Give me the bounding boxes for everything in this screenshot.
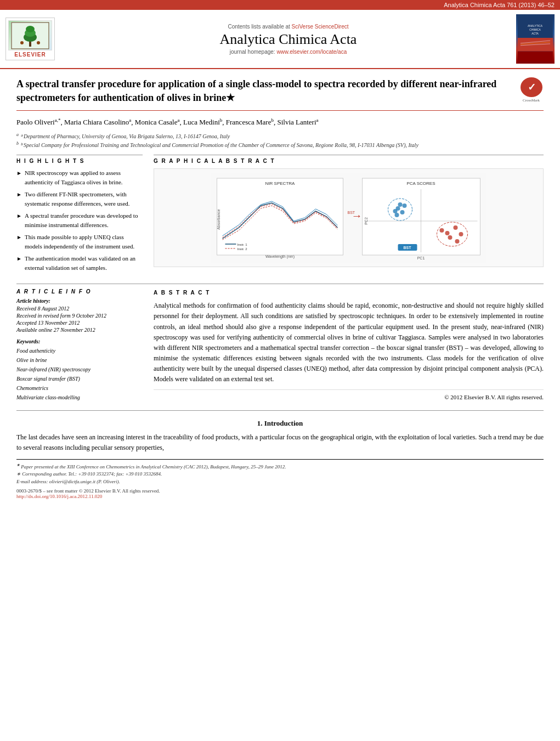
sciverse-anchor[interactable]: SciVerse ScienceDirect — [292, 24, 349, 30]
highlights-abstract-row: H I G H L I G H T S ► NIR spectroscopy w… — [16, 155, 544, 275]
svg-point-43 — [448, 235, 452, 240]
svg-text:CHIMICA: CHIMICA — [529, 29, 541, 31]
abstract-heading: A B S T R A C T — [154, 289, 544, 297]
keyword-1: Food authenticity — [16, 346, 143, 355]
journal-cover-image: ANALYTICA CHIMICA ACTA — [516, 14, 555, 64]
svg-point-44 — [459, 232, 463, 236]
highlight-item-3: ► A spectral transfer procedure was deve… — [16, 211, 143, 229]
affiliation-a: a ᵃ Department of Pharmacy, University o… — [16, 132, 544, 140]
journal-homepage: journal homepage: www.elsevier.com/locat… — [60, 49, 516, 55]
introduction-title: 1. Introduction — [16, 419, 544, 428]
footer-note-corresponding: ∗ Corresponding author. Tel.: +39 010 35… — [16, 471, 544, 478]
highlight-item-2: ► Two different FT-NIR spectrometers, wi… — [16, 190, 143, 208]
keywords-heading: Keywords: — [16, 338, 143, 344]
svg-text:ACTA: ACTA — [531, 32, 539, 35]
bullet-arrow-1: ► — [16, 169, 22, 177]
article-info-heading: A R T I C L E I N F O — [16, 289, 143, 295]
bullet-arrow-5: ► — [16, 254, 22, 263]
svg-point-35 — [400, 210, 405, 214]
article-history-heading: Article history: — [16, 298, 143, 304]
svg-text:Wavelength (nm): Wavelength (nm) — [265, 254, 295, 259]
keyword-6: Multivariate class-modelling — [16, 393, 143, 402]
footer-note-star: ★ Paper presented at the XIII Conference… — [16, 462, 544, 471]
highlight-item-4: ► This made possible to apply UNEQ class… — [16, 233, 143, 251]
journal-title: Analytica Chimica Acta — [60, 31, 516, 48]
introduction-section: 1. Introduction The last decades have se… — [16, 419, 544, 453]
elsevier-logo: ELSEVIER — [5, 18, 55, 60]
svg-point-41 — [445, 231, 450, 235]
journal-homepage-link[interactable]: www.elsevier.com/locate/aca — [276, 49, 347, 55]
footer-license: 0003-2670/$ – see front matter © 2012 El… — [16, 488, 544, 494]
svg-text:✓: ✓ — [527, 82, 535, 93]
svg-point-45 — [455, 239, 460, 244]
keyword-4: Boxcar signal transfer (BST) — [16, 374, 143, 383]
journal-citation-bar: Analytica Chimica Acta 761 (2013) 46–52 — [0, 0, 560, 10]
bullet-arrow-3: ► — [16, 212, 22, 220]
graphical-abstract-image: NIR SPECTRA Wavelength (nm) Absorbance I… — [154, 168, 544, 267]
svg-rect-20 — [217, 178, 343, 255]
bullet-arrow-4: ► — [16, 233, 22, 241]
journal-center: Contents lists available at SciVerse Sci… — [60, 24, 516, 55]
article-title-section: A spectral transfer procedure for applic… — [16, 77, 544, 111]
keyword-2: Olive in brine — [16, 355, 143, 365]
elsevier-logo-image — [8, 20, 52, 50]
svg-point-46 — [440, 228, 444, 233]
elsevier-text: ELSEVIER — [14, 52, 46, 58]
svg-rect-10 — [518, 51, 553, 62]
graphical-abstract-heading: G R A P H I C A L A B S T R A C T — [154, 155, 544, 164]
highlights-column: H I G H L I G H T S ► NIR spectroscopy w… — [16, 155, 143, 275]
journal-citation: Analytica Chimica Acta 761 (2013) 46–52 — [444, 2, 555, 8]
svg-text:Instr. 2: Instr. 2 — [237, 247, 248, 251]
authors: Paolo Oliveria,*, Maria Chiara Casolinoa… — [16, 116, 544, 128]
copyright-line: © 2012 Elsevier B.V. All rights reserved… — [154, 389, 544, 403]
highlights-list: ► NIR spectroscopy was applied to assess… — [16, 168, 143, 272]
affiliation-b: b ᵇ Special Company for Professional Tra… — [16, 140, 544, 149]
svg-point-5 — [20, 41, 24, 44]
article-title: A spectral transfer procedure for applic… — [16, 77, 513, 105]
svg-text:BST: BST — [348, 211, 355, 214]
abstract-column: A B S T R A C T Analytical methods for c… — [154, 289, 544, 402]
crossmark: ✓ CrossMark — [519, 77, 544, 102]
keyword-5: Chemometrics — [16, 383, 143, 393]
graphical-abstract-column: G R A P H I C A L A B S T R A C T NIR SP… — [154, 155, 544, 275]
info-abstract-row: A R T I C L E I N F O Article history: R… — [16, 284, 544, 402]
svg-text:PC2: PC2 — [364, 217, 368, 225]
article-info-column: A R T I C L E I N F O Article history: R… — [16, 289, 143, 402]
highlight-item-5: ► The authentication model was validated… — [16, 254, 143, 272]
elsevier-tree-icon — [11, 22, 49, 49]
svg-text:Instr. 1: Instr. 1 — [237, 243, 248, 246]
svg-text:ANALYTICA: ANALYTICA — [528, 25, 543, 27]
section-divider — [16, 410, 544, 411]
svg-point-42 — [454, 225, 458, 230]
svg-point-39 — [395, 213, 399, 217]
crossmark-label: CrossMark — [523, 98, 540, 103]
received-date: Received 8 August 2012 — [16, 306, 143, 312]
journal-header: ELSEVIER Contents lists available at Sci… — [0, 10, 560, 69]
keywords-list: Food authenticity Olive in brine Near-in… — [16, 346, 143, 402]
svg-text:PC1: PC1 — [417, 256, 425, 260]
footer-divider — [16, 459, 544, 460]
crossmark-logo: ✓ — [521, 77, 542, 97]
svg-point-4 — [26, 26, 35, 32]
svg-point-38 — [398, 202, 403, 207]
journal-cover-svg: ANALYTICA CHIMICA ACTA — [518, 16, 553, 63]
introduction-text: The last decades have seen an increasing… — [16, 432, 544, 453]
sciverse-link: Contents lists available at SciVerse Sci… — [60, 24, 516, 30]
svg-rect-30 — [363, 178, 480, 255]
footer-doi[interactable]: http://dx.doi.org/10.1016/j.aca.2012.11.… — [16, 494, 544, 499]
accepted-date: Accepted 13 November 2012 — [16, 320, 143, 326]
svg-point-6 — [37, 41, 40, 44]
affiliations: a ᵃ Department of Pharmacy, University o… — [16, 132, 544, 150]
abstract-text: Analytical methods for confirmation of f… — [154, 301, 544, 385]
revised-date: Received in revised form 9 October 2012 — [16, 313, 143, 319]
footer-note-email: E-mail address: olivieri@dictfa.unige.it… — [16, 478, 544, 486]
highlight-item-1: ► NIR spectroscopy was applied to assess… — [16, 168, 143, 186]
highlights-heading: H I G H L I G H T S — [16, 155, 143, 164]
keyword-3: Near-infrared (NIR) spectroscopy — [16, 365, 143, 374]
graphical-abstract-svg: NIR SPECTRA Wavelength (nm) Absorbance I… — [157, 173, 540, 263]
svg-text:BST: BST — [404, 246, 412, 250]
svg-text:Absorbance: Absorbance — [217, 209, 220, 229]
keywords-section: Keywords: Food authenticity Olive in bri… — [16, 338, 143, 402]
svg-point-36 — [393, 209, 398, 213]
svg-text:PCA SCORES: PCA SCORES — [406, 181, 435, 186]
